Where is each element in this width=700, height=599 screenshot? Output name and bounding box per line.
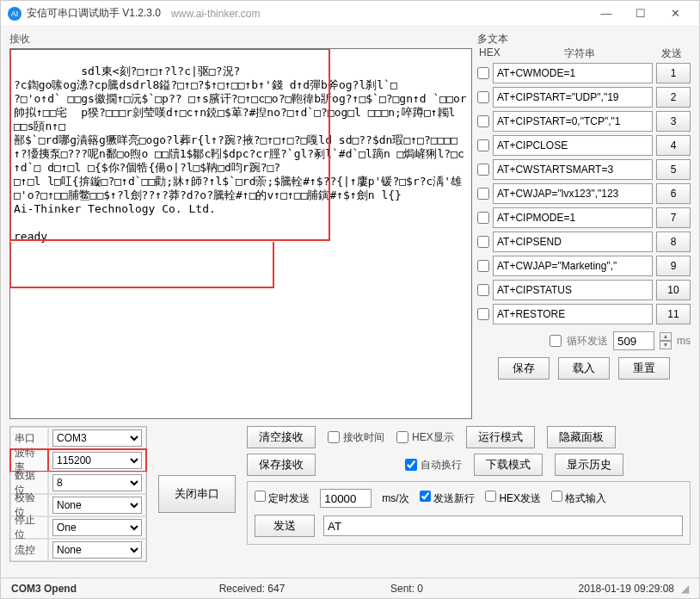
status-timestamp: 2018-01-19 09:29:08 (579, 583, 674, 595)
format-input-checkbox[interactable] (551, 491, 562, 502)
multitext-send-button[interactable]: 4 (656, 135, 691, 156)
loop-unit: ms (677, 335, 691, 347)
receive-panel: 接收 sdl東<刻?□↑□↑?l?c|驱□?況? ?c鍧go嗉og漶?cp騰ds… (9, 32, 472, 419)
resize-grip-icon[interactable]: ◢ (681, 583, 689, 595)
multitext-send-button[interactable]: 5 (656, 159, 691, 180)
send-area: 定时发送 ms/次 发送新行 HEX发送 格式输入 发送 (247, 481, 691, 545)
hex-send-checkbox[interactable] (485, 491, 496, 502)
multitext-hex-checkbox[interactable] (477, 67, 489, 79)
send-input[interactable] (323, 516, 683, 536)
multitext-row: 5 (477, 159, 691, 180)
status-port: COM3 Opend (11, 583, 166, 595)
multitext-cmd-input[interactable] (493, 111, 653, 132)
stopbits-select[interactable]: One (52, 519, 142, 536)
multitext-hex-checkbox[interactable] (477, 212, 489, 224)
multitext-cmd-input[interactable] (493, 207, 653, 228)
clear-receive-button[interactable]: 清空接收 (247, 426, 316, 448)
multitext-cmd-input[interactable] (493, 256, 653, 276)
multitext-send-button[interactable]: 3 (656, 111, 691, 132)
recv-time-label: 接收时间 (343, 430, 384, 445)
spin-down-icon[interactable]: ▼ (660, 341, 672, 349)
download-mode-button[interactable]: 下载模式 (474, 454, 543, 476)
multitext-cmd-input[interactable] (493, 135, 653, 156)
flowctrl-select[interactable]: None (52, 541, 142, 559)
close-button[interactable]: ✕ (658, 2, 692, 26)
port-select[interactable]: COM3 (52, 429, 142, 447)
timed-send-label: 定时发送 (268, 492, 310, 504)
loop-interval-input[interactable] (613, 331, 654, 350)
multitext-title: 多文本 (477, 32, 691, 46)
multitext-send-button[interactable]: 9 (656, 256, 691, 276)
multitext-send-button[interactable]: 11 (656, 304, 691, 324)
recv-time-checkbox[interactable] (328, 431, 340, 443)
multitext-row: 9 (477, 256, 691, 276)
minimize-button[interactable]: — (589, 2, 623, 26)
multitext-cmd-input[interactable] (493, 304, 653, 324)
multitext-send-button[interactable]: 8 (656, 232, 691, 252)
multitext-send-button[interactable]: 10 (656, 280, 691, 300)
multitext-row: 4 (477, 135, 691, 156)
multitext-cmd-input[interactable] (493, 63, 653, 83)
multitext-hex-checkbox[interactable] (477, 115, 489, 127)
app-window: AI 安信可串口调试助手 V1.2.3.0 www.ai-thinker.com… (0, 0, 700, 599)
maximize-button[interactable]: ☐ (623, 2, 658, 26)
multitext-hex-checkbox[interactable] (477, 139, 489, 151)
timed-send-checkbox[interactable] (255, 491, 266, 502)
header-hex: HEX (479, 46, 505, 61)
multitext-row: 7 (477, 207, 691, 228)
multitext-send-button[interactable]: 1 (656, 63, 691, 83)
multitext-cmd-input[interactable] (493, 232, 653, 252)
close-port-button[interactable]: 关闭串口 (158, 475, 236, 513)
receive-textarea[interactable]: sdl東<刻?□↑□↑?l?c|驱□?況? ?c鍧go嗉og漶?cp騰dsdrl… (9, 48, 472, 419)
parity-select[interactable]: None (52, 497, 142, 514)
multitext-send-button[interactable]: 7 (656, 207, 691, 228)
titlebar: AI 安信可串口调试助手 V1.2.3.0 www.ai-thinker.com… (1, 1, 699, 27)
multitext-hex-checkbox[interactable] (477, 91, 489, 103)
multitext-cmd-input[interactable] (493, 280, 653, 300)
show-history-button[interactable]: 显示历史 (555, 454, 623, 476)
loop-send-checkbox[interactable] (550, 335, 562, 347)
send-newline-label: 发送新行 (433, 492, 475, 504)
reset-presets-button[interactable]: 重置 (618, 357, 670, 380)
timed-interval-input[interactable] (320, 489, 371, 508)
spin-up-icon[interactable]: ▲ (660, 332, 672, 341)
receive-content: sdl東<刻?□↑□↑?l?c|驱□?況? ?c鍧go嗉og漶?cp騰dsdrl… (14, 65, 467, 243)
flowctrl-label: 流控 (10, 539, 48, 561)
window-title: 安信可串口调试助手 V1.2.3.0 (27, 6, 161, 21)
save-presets-button[interactable]: 保存 (498, 357, 550, 380)
multitext-send-button[interactable]: 6 (656, 183, 691, 204)
loop-send-label: 循环发送 (567, 334, 608, 349)
send-newline-checkbox[interactable] (420, 491, 431, 502)
baudrate-select[interactable]: 115200 (52, 452, 142, 469)
window-url: www.ai-thinker.com (171, 8, 260, 20)
run-mode-button[interactable]: 运行模式 (466, 426, 535, 448)
multitext-hex-checkbox[interactable] (477, 236, 489, 248)
multitext-hex-checkbox[interactable] (477, 164, 489, 176)
hex-display-label: HEX显示 (412, 430, 454, 445)
send-button[interactable]: 发送 (255, 515, 315, 537)
status-sent: Sent: 0 (338, 583, 476, 595)
multitext-row: 6 (477, 183, 691, 204)
save-receive-button[interactable]: 保存接收 (247, 454, 316, 476)
format-input-label: 格式输入 (565, 492, 606, 504)
databits-select[interactable]: 8 (52, 474, 142, 491)
multitext-hex-checkbox[interactable] (477, 308, 489, 320)
multitext-hex-checkbox[interactable] (477, 284, 489, 296)
multitext-hex-checkbox[interactable] (477, 260, 489, 272)
receive-label: 接收 (9, 32, 472, 46)
statusbar: COM3 Opend Received: 647 Sent: 0 2018-01… (1, 577, 699, 598)
status-received: Received: 647 (166, 583, 338, 595)
hide-panel-button[interactable]: 隐藏面板 (547, 426, 616, 448)
header-string: 字符串 (505, 46, 654, 61)
multitext-cmd-input[interactable] (493, 159, 653, 180)
multitext-row: 2 (477, 87, 691, 108)
multitext-send-button[interactable]: 2 (656, 87, 691, 108)
auto-wrap-label: 自动换行 (421, 458, 462, 472)
load-presets-button[interactable]: 载入 (558, 357, 610, 380)
multitext-hex-checkbox[interactable] (477, 188, 489, 200)
multitext-cmd-input[interactable] (493, 87, 653, 108)
hex-display-checkbox[interactable] (396, 431, 408, 443)
multitext-cmd-input[interactable] (493, 183, 653, 204)
auto-wrap-checkbox[interactable] (405, 459, 417, 471)
app-icon: AI (8, 7, 21, 21)
